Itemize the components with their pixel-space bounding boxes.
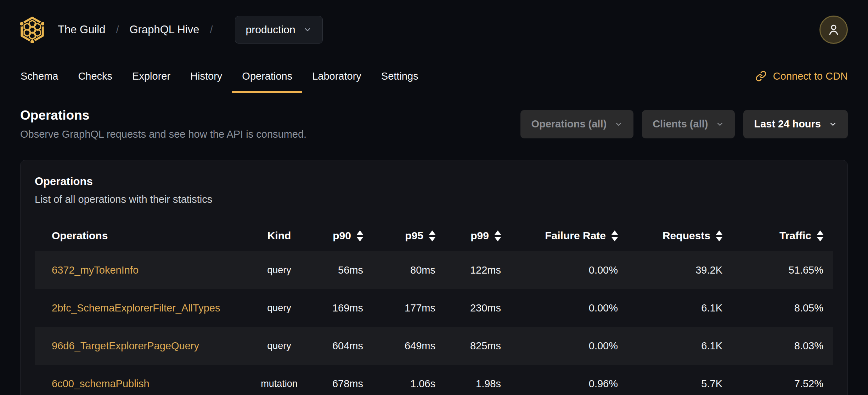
column-header-p99[interactable]: p99 [445,230,511,242]
operations-card: Operations List of all operations with t… [20,160,848,395]
operations-filter-dropdown[interactable]: Operations (all) [520,110,633,138]
traffic-cell: 8.05% [732,302,833,314]
requests-cell: 6.1K [628,302,732,314]
p90-cell: 56ms [306,264,373,276]
table-header-row: Operations Kind p90 p95 p99 Failure Rate… [35,220,833,251]
breadcrumb-separator: / [116,24,119,36]
operations-filter-label: Operations (all) [531,118,607,130]
failure-rate-cell: 0.00% [511,302,628,314]
table-row: 2bfc_SchemaExplorerFilter_AllTypes query… [35,289,833,327]
p99-cell: 122ms [445,264,511,276]
operation-cell: 6c00_schemaPublish [35,378,253,390]
filters: Operations (all) Clients (all) Last 24 h… [520,110,848,138]
operation-cell: 2bfc_SchemaExplorerFilter_AllTypes [35,302,253,314]
clients-filter-label: Clients (all) [653,118,708,130]
column-header-p95[interactable]: p95 [373,230,445,242]
kind-cell: query [253,340,306,351]
sort-arrows-icon[interactable] [716,230,722,241]
tab-settings[interactable]: Settings [371,59,428,93]
kind-cell: mutation [253,378,306,389]
app-header: The Guild / GraphQL Hive / production [0,0,868,59]
column-header-requests[interactable]: Requests [628,230,732,242]
chevron-down-icon [829,120,837,128]
operation-link[interactable]: 6372_myTokenInfo [52,264,139,276]
tab-laboratory[interactable]: Laboratory [302,59,371,93]
column-header-p90[interactable]: p90 [306,230,373,242]
tab-schema[interactable]: Schema [11,59,68,93]
requests-cell: 5.7K [628,378,732,390]
main-nav: Schema Checks Explorer History Operation… [0,59,868,93]
card-title: Operations [35,175,833,188]
traffic-cell: 7.52% [732,378,833,390]
target-selector[interactable]: production [235,16,323,44]
failure-rate-cell: 0.00% [511,340,628,352]
table-row: 96d6_TargetExplorerPageQuery query 604ms… [35,327,833,365]
p90-cell: 678ms [306,378,373,390]
sort-arrows-icon[interactable] [429,230,435,241]
chevron-down-icon [716,120,724,128]
user-icon [827,23,841,37]
column-header-failure-rate[interactable]: Failure Rate [511,230,628,242]
p90-cell: 604ms [306,340,373,352]
operations-page: Operations Observe GraphQL requests and … [0,93,868,395]
requests-cell: 39.2K [628,264,732,276]
p95-cell: 177ms [373,302,445,314]
breadcrumb-project[interactable]: GraphQL Hive [129,23,199,36]
p99-cell: 230ms [445,302,511,314]
p95-cell: 1.06s [373,378,445,390]
p99-cell: 825ms [445,340,511,352]
p95-cell: 649ms [373,340,445,352]
operation-link[interactable]: 96d6_TargetExplorerPageQuery [52,340,199,351]
operation-cell: 6372_myTokenInfo [35,264,253,276]
target-selector-value: production [246,24,295,36]
clients-filter-dropdown[interactable]: Clients (all) [642,110,735,138]
operation-cell: 96d6_TargetExplorerPageQuery [35,340,253,352]
page-header-row: Operations Observe GraphQL requests and … [20,108,848,140]
breadcrumb-separator: / [210,24,213,36]
operation-link[interactable]: 6c00_schemaPublish [52,378,150,389]
page-heading: Operations Observe GraphQL requests and … [20,108,306,140]
connect-to-cdn-button[interactable]: Connect to CDN [755,59,857,93]
sort-arrows-icon[interactable] [357,230,363,241]
table-body: 6372_myTokenInfo query 56ms 80ms 122ms 0… [35,251,833,395]
tab-checks[interactable]: Checks [68,59,122,93]
column-header-kind: Kind [253,230,306,242]
card-subtitle: List of all operations with their statis… [35,194,833,205]
period-filter-dropdown[interactable]: Last 24 hours [743,110,848,138]
kind-cell: query [253,265,306,276]
p90-cell: 169ms [306,302,373,314]
failure-rate-cell: 0.96% [511,378,628,390]
sort-arrows-icon[interactable] [611,230,618,241]
tab-operations[interactable]: Operations [232,59,302,93]
page-title: Operations [20,108,306,123]
period-filter-label: Last 24 hours [754,118,821,130]
link-icon [755,70,767,82]
sort-arrows-icon[interactable] [817,230,823,241]
tab-history[interactable]: History [180,59,232,93]
requests-cell: 6.1K [628,340,732,352]
chevron-down-icon [303,25,312,34]
avatar[interactable] [819,16,848,44]
column-header-operations: Operations [35,230,253,242]
table-row: 6372_myTokenInfo query 56ms 80ms 122ms 0… [35,251,833,289]
traffic-cell: 51.65% [732,264,833,276]
breadcrumb-org[interactable]: The Guild [58,23,105,36]
p95-cell: 80ms [373,264,445,276]
failure-rate-cell: 0.00% [511,264,628,276]
table-row: 6c00_schemaPublish mutation 678ms 1.06s … [35,365,833,395]
sort-arrows-icon[interactable] [495,230,501,241]
chevron-down-icon [614,120,623,128]
traffic-cell: 8.03% [732,340,833,352]
operation-link[interactable]: 2bfc_SchemaExplorerFilter_AllTypes [52,302,220,314]
hive-logo-icon[interactable] [20,17,44,43]
kind-cell: query [253,303,306,314]
p99-cell: 1.98s [445,378,511,390]
column-header-traffic[interactable]: Traffic [732,230,833,242]
tab-explorer[interactable]: Explorer [122,59,180,93]
page-subtitle: Observe GraphQL requests and see how the… [20,128,306,140]
connect-to-cdn-label: Connect to CDN [773,70,848,82]
